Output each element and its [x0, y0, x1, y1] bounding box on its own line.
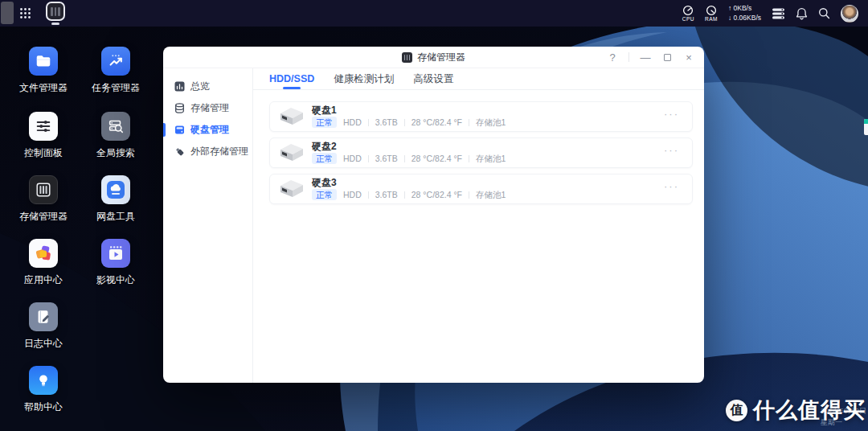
- usb-drive-icon: [174, 146, 185, 157]
- log-center-icon: [29, 302, 58, 331]
- window-title-icon: [402, 52, 412, 63]
- meta-divider: [368, 191, 369, 199]
- disk-row-3[interactable]: 硬盘3 正常 HDD 3.6TB 28 °C/82.4 °F 存储池1: [269, 174, 693, 204]
- disk-pool: 存储池1: [476, 118, 506, 127]
- desktop-icon-log-center[interactable]: 日志中心: [7, 302, 80, 351]
- window-body: 总览 存储管理: [163, 68, 704, 383]
- desktop-icon-netdisk-tool[interactable]: 网盘工具: [80, 175, 152, 224]
- sidebar-item-external-storage[interactable]: 外部存储管理: [163, 141, 252, 162]
- desktop-icon-label: 控制面板: [24, 146, 63, 160]
- desktop-icon-label: 任务管理器: [92, 81, 140, 95]
- desktop-icon-storage-manager[interactable]: 存储管理器: [7, 175, 80, 224]
- disk-temperature: 28 °C/82.4 °F: [411, 118, 462, 127]
- maximize-button[interactable]: [661, 51, 673, 63]
- app-launcher-icon[interactable]: [19, 7, 31, 19]
- cpu-gauge-icon: [682, 5, 694, 16]
- sidebar-item-label: 硬盘管理: [190, 123, 229, 137]
- ram-monitor[interactable]: RAM: [705, 5, 718, 23]
- window-title-text: 存储管理器: [417, 51, 465, 64]
- desktop-icon-control-panel[interactable]: 控制面板: [7, 112, 80, 160]
- sidebar-item-storage-management[interactable]: 存储管理: [163, 97, 252, 119]
- more-actions-button[interactable]: ···: [664, 114, 679, 119]
- disk-temperature: 28 °C/82.4 °F: [411, 154, 462, 163]
- desktop-icon-label: 帮助中心: [24, 400, 63, 414]
- left-edge-panel-sliver: [1, 2, 14, 24]
- tabs-bar: HDD/SSD 健康检测计划 高级设置: [253, 68, 704, 90]
- watermark-text: 什么值得买: [753, 396, 866, 425]
- tab-advanced-settings[interactable]: 高级设置: [413, 68, 453, 89]
- storage-manager-window: 存储管理器 ? — × 总览: [163, 47, 704, 383]
- desktop-icon-app-center[interactable]: 应用中心: [7, 239, 80, 287]
- disk-meta: 正常 HDD 3.6TB 28 °C/82.4 °F 存储池1: [312, 117, 506, 129]
- ram-label: RAM: [705, 17, 718, 23]
- search-icon[interactable]: [818, 7, 830, 19]
- disk-type: HDD: [343, 154, 362, 163]
- disk-meta: 正常 HDD 3.6TB 28 °C/82.4 °F 存储池1: [312, 153, 506, 165]
- network-speed[interactable]: ↑ 0KB/s ↓ 0.06KB/s: [728, 4, 761, 22]
- desktop-icon-label: 日志中心: [24, 337, 63, 351]
- server-status-icon[interactable]: [772, 8, 785, 19]
- taskbar-running-app-storage-manager[interactable]: [46, 0, 65, 27]
- desktop-icon-label: 文件管理器: [19, 81, 68, 95]
- meta-divider: [469, 119, 469, 126]
- sidebar-item-label: 存储管理: [190, 101, 229, 115]
- desktop-icon-global-search[interactable]: 全局搜索: [80, 112, 152, 160]
- close-button[interactable]: ×: [683, 51, 694, 63]
- top-bar: CPU RAM ↑ 0KB/s ↓ 0.06KB/s: [0, 0, 868, 27]
- disk-row-1[interactable]: 硬盘1 正常 HDD 3.6TB 28 °C/82.4 °F 存储池1: [269, 101, 693, 132]
- disk-row-2[interactable]: 硬盘2 正常 HDD 3.6TB 28 °C/82.4 °F 存储池1: [269, 138, 693, 168]
- smzdm-logo: 值: [726, 400, 747, 421]
- notifications-bell-icon[interactable]: [796, 7, 808, 20]
- more-actions-button[interactable]: ···: [664, 187, 679, 191]
- video-center-icon: [101, 239, 130, 268]
- cpu-monitor[interactable]: CPU: [682, 5, 694, 23]
- disk-illustration: [276, 179, 305, 199]
- sidebar-item-disk-management[interactable]: 硬盘管理: [163, 119, 252, 141]
- controls-divider: [628, 52, 629, 62]
- task-manager-icon: [101, 47, 130, 76]
- meta-divider: [368, 155, 369, 162]
- ram-gauge-icon: [706, 5, 717, 16]
- disk-size: 3.6TB: [375, 154, 398, 163]
- minimize-button[interactable]: —: [640, 51, 651, 63]
- help-button[interactable]: ?: [607, 51, 618, 63]
- disk-illustration: [276, 142, 305, 163]
- meta-divider: [368, 119, 369, 126]
- smzdm-watermark: 值 什么值得买: [726, 396, 866, 425]
- desktop-icon-label: 网盘工具: [96, 210, 135, 224]
- more-actions-button[interactable]: ···: [664, 150, 679, 155]
- edge-docked-widget[interactable]: [864, 119, 868, 135]
- desktop-icon-help-center[interactable]: 帮助中心: [7, 366, 80, 414]
- desktop-icon-task-manager[interactable]: 任务管理器: [80, 47, 152, 95]
- disk-info: 硬盘2 正常 HDD 3.6TB 28 °C/82.4 °F 存储池1: [312, 142, 506, 165]
- desktop-icon-label: 存储管理器: [19, 210, 68, 224]
- desktop: CPU RAM ↑ 0KB/s ↓ 0.06KB/s: [0, 0, 868, 431]
- meta-divider: [469, 191, 469, 199]
- meta-divider: [469, 155, 469, 162]
- status-badge: 正常: [312, 117, 337, 129]
- control-panel-icon: [29, 112, 58, 141]
- storage-manager-icon: [29, 175, 58, 204]
- disk-illustration: [276, 106, 305, 127]
- tab-health-check-plan[interactable]: 健康检测计划: [334, 68, 394, 89]
- meta-divider: [404, 191, 405, 199]
- disk-type: HDD: [343, 191, 362, 199]
- desktop-icon-label: 全局搜索: [96, 146, 135, 160]
- sidebar-item-overview[interactable]: 总览: [163, 76, 252, 97]
- desktop-icon-video-center[interactable]: 影视中心: [80, 239, 152, 287]
- netdisk-tool-icon: [101, 175, 130, 204]
- disk-size: 3.6TB: [375, 118, 398, 127]
- disk-meta: 正常 HDD 3.6TB 28 °C/82.4 °F 存储池1: [312, 189, 506, 201]
- sidebar-item-label: 总览: [190, 80, 210, 93]
- meta-divider: [404, 119, 405, 126]
- disk-size: 3.6TB: [375, 191, 398, 199]
- cpu-label: CPU: [682, 17, 694, 23]
- desktop-icon-file-manager[interactable]: 文件管理器: [7, 47, 80, 95]
- window-sidebar: 总览 存储管理: [163, 68, 253, 383]
- top-bar-right: CPU RAM ↑ 0KB/s ↓ 0.06KB/s: [682, 0, 868, 27]
- disk-info: 硬盘3 正常 HDD 3.6TB 28 °C/82.4 °F 存储池1: [312, 178, 506, 201]
- user-avatar[interactable]: [841, 5, 858, 23]
- window-titlebar[interactable]: 存储管理器 ? — ×: [163, 47, 704, 68]
- disk-temperature: 28 °C/82.4 °F: [411, 191, 462, 199]
- tab-hdd-ssd[interactable]: HDD/SSD: [269, 68, 314, 89]
